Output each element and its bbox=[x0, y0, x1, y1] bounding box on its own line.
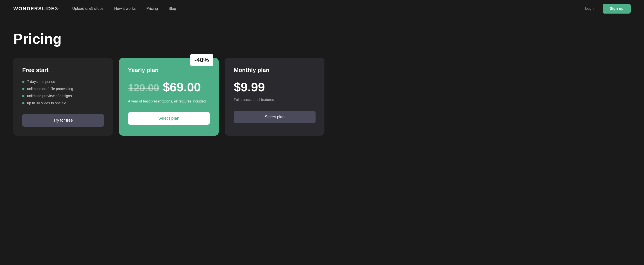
yearly-select-button[interactable]: Select plan bbox=[128, 112, 210, 125]
feature-label-2: unlimited draft file processing bbox=[27, 87, 73, 91]
nav-actions: Log in Sign up bbox=[585, 4, 631, 14]
feature-label-4: up to 30 slides in one file bbox=[27, 101, 66, 105]
nav-link-upload[interactable]: Upload draft slides bbox=[72, 6, 104, 11]
navbar: WONDERSLIDE® Upload draft slides How it … bbox=[0, 0, 644, 17]
monthly-price: $9.99 bbox=[234, 80, 316, 94]
nav-link-how[interactable]: How it works bbox=[114, 6, 136, 11]
yearly-plan-title: Yearly plan bbox=[128, 67, 210, 74]
feature-item-3: unlimited preview of designs bbox=[22, 94, 104, 98]
monthly-plan-title: Monthly plan bbox=[234, 67, 316, 74]
signup-button[interactable]: Sign up bbox=[603, 4, 631, 14]
yearly-price-row: 120.00 $69.00 bbox=[128, 80, 210, 94]
monthly-plan-card: Monthly plan $9.99 Full access to all fe… bbox=[225, 58, 324, 136]
feature-item-4: up to 30 slides in one file bbox=[22, 101, 104, 105]
nav-item-upload[interactable]: Upload draft slides bbox=[72, 6, 104, 11]
try-free-button[interactable]: Try for free bbox=[22, 114, 104, 127]
nav-item-blog[interactable]: Blog bbox=[168, 6, 176, 11]
logo[interactable]: WONDERSLIDE® bbox=[13, 6, 59, 12]
nav-link-pricing[interactable]: Pricing bbox=[146, 6, 158, 11]
feature-item-2: unlimited draft file processing bbox=[22, 87, 104, 91]
yearly-description: A year of best presentations, all featur… bbox=[128, 99, 210, 104]
monthly-description: Full access to all features bbox=[234, 98, 316, 102]
free-features-list: 7 days trial period unlimited draft file… bbox=[22, 80, 104, 105]
nav-link-blog[interactable]: Blog bbox=[168, 6, 176, 11]
feature-label-1: 7 days trial period bbox=[27, 80, 55, 84]
discount-badge: -40% bbox=[190, 54, 213, 66]
page-title: Pricing bbox=[13, 31, 631, 47]
feature-label-3: unlimited preview of designs bbox=[27, 94, 72, 98]
yearly-price-current: $69.00 bbox=[163, 80, 201, 94]
free-plan-title: Free start bbox=[22, 67, 104, 74]
nav-item-how[interactable]: How it works bbox=[114, 6, 136, 11]
main-content: Pricing Free start 7 days trial period u… bbox=[0, 17, 644, 154]
bullet-icon-4 bbox=[22, 102, 24, 104]
yearly-plan-card: -40% Yearly plan 120.00 $69.00 A year of… bbox=[119, 58, 219, 136]
login-button[interactable]: Log in bbox=[585, 6, 595, 11]
pricing-grid: Free start 7 days trial period unlimited… bbox=[13, 58, 324, 136]
monthly-select-button[interactable]: Select plan bbox=[234, 111, 316, 124]
feature-item-1: 7 days trial period bbox=[22, 80, 104, 84]
bullet-icon-2 bbox=[22, 88, 24, 90]
yearly-price-original: 120.00 bbox=[128, 82, 159, 94]
nav-item-pricing[interactable]: Pricing bbox=[146, 6, 158, 11]
bullet-icon-1 bbox=[22, 81, 24, 83]
bullet-icon-3 bbox=[22, 95, 24, 97]
free-plan-card: Free start 7 days trial period unlimited… bbox=[13, 58, 113, 136]
nav-links: Upload draft slides How it works Pricing… bbox=[72, 6, 585, 11]
